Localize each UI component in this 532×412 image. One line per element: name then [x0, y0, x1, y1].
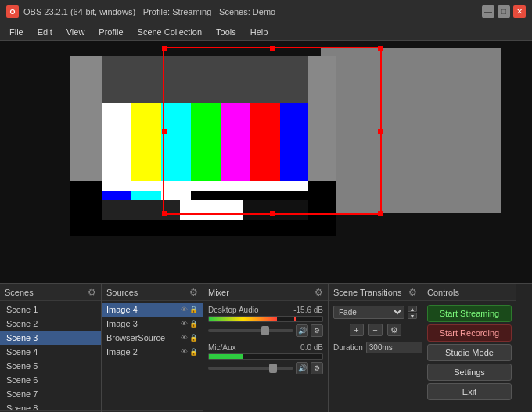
mixer-mic-thumb[interactable]	[269, 364, 277, 373]
transitions-settings-button[interactable]: ⚙	[387, 324, 401, 336]
svg-rect-7	[250, 103, 280, 181]
sources-title: Sources	[106, 288, 138, 297]
source-icons-3: 👁 🔒	[181, 334, 198, 342]
source-lock-icon-4[interactable]: 🔒	[189, 348, 198, 356]
mixer-mic-bar	[208, 353, 323, 360]
source-lock-icon-3[interactable]: 🔒	[189, 334, 198, 342]
menu-help[interactable]: Help	[244, 26, 275, 38]
transitions-add-row: + − ⚙	[329, 322, 422, 338]
mixer-panel: Mixer ⚙ Desktop Audio -15.6 dB 🔊	[203, 284, 329, 412]
scene-item-2[interactable]: Scene 2	[0, 317, 101, 331]
scenes-title: Scenes	[5, 288, 34, 297]
minimize-button[interactable]: —	[482, 5, 494, 18]
scene-item-6[interactable]: Scene 6	[0, 373, 101, 387]
menu-edit[interactable]: Edit	[31, 26, 59, 38]
svg-rect-16	[70, 56, 102, 181]
scenes-config-icon[interactable]: ⚙	[88, 287, 96, 298]
mixer-desktop-thumb[interactable]	[261, 326, 269, 335]
svg-rect-17	[308, 56, 336, 181]
app-icon: O	[6, 5, 19, 18]
transitions-spinner: ▲ ▼	[408, 306, 417, 319]
svg-rect-12	[161, 191, 191, 200]
transitions-content: Fade ▲ ▼ + − ⚙ Duration ▲ ▼	[329, 301, 422, 412]
source-item-4[interactable]: Image 2 👁 🔒	[102, 345, 203, 359]
svg-rect-5	[191, 103, 221, 181]
controls-header: Controls	[422, 284, 516, 301]
svg-rect-15	[243, 200, 310, 220]
settings-button[interactable]: Settings	[427, 364, 512, 381]
transitions-remove-button[interactable]: −	[368, 324, 383, 336]
source-lock-icon-2[interactable]: 🔒	[189, 320, 198, 328]
svg-rect-11	[131, 191, 161, 200]
svg-rect-2	[102, 103, 131, 181]
scene-item-4[interactable]: Scene 4	[0, 345, 101, 359]
transitions-panel: Scene Transitions ⚙ Fade ▲ ▼ + − ⚙ Durat…	[329, 284, 422, 412]
svg-rect-1	[70, 56, 336, 103]
transitions-add-button[interactable]: +	[350, 324, 364, 336]
mixer-mic-fill	[209, 354, 243, 359]
mixer-desktop-mute[interactable]: 🔊	[296, 324, 308, 337]
mixer-title: Mixer	[208, 288, 229, 297]
menu-view[interactable]: View	[60, 26, 92, 38]
source-icons-2: 👁 🔒	[181, 320, 198, 328]
mixer-desktop-slider[interactable]	[208, 329, 293, 332]
test-pattern-container	[70, 56, 336, 236]
source-eye-icon-2[interactable]: 👁	[181, 320, 188, 328]
sources-config-icon[interactable]: ⚙	[189, 287, 198, 298]
mixer-mic-settings[interactable]: ⚙	[311, 362, 323, 374]
source-eye-icon-3[interactable]: 👁	[181, 334, 188, 342]
source-item-3[interactable]: BrowserSource 👁 🔒	[102, 331, 203, 345]
source-lock-icon-1[interactable]: 🔒	[189, 306, 198, 313]
menu-profile[interactable]: Profile	[92, 26, 129, 38]
scenes-panel: Scenes ⚙ Scene 1 Scene 2 Scene 3 Scene 4…	[0, 284, 102, 412]
mixer-desktop-bar	[208, 316, 323, 322]
title-bar: O OBS 23.2.1 (64-bit, windows) - Profile…	[0, 0, 532, 23]
svg-rect-10	[102, 191, 131, 200]
title-bar-left: O OBS 23.2.1 (64-bit, windows) - Profile…	[6, 5, 275, 18]
transitions-spin-up[interactable]: ▲	[408, 306, 417, 312]
svg-rect-8	[280, 103, 308, 181]
title-bar-controls: — □ ✕	[482, 5, 526, 18]
title-bar-text: OBS 23.2.1 (64-bit, windows) - Profile: …	[23, 7, 275, 16]
gray-overlay	[321, 48, 501, 213]
svg-rect-13	[102, 200, 180, 220]
mixer-desktop-settings[interactable]: ⚙	[311, 324, 323, 337]
close-button[interactable]: ✕	[513, 5, 526, 18]
mixer-channel-desktop: Desktop Audio -15.6 dB 🔊 ⚙	[203, 303, 328, 340]
scene-item-5[interactable]: Scene 5	[0, 359, 101, 373]
transitions-select[interactable]: Fade	[333, 306, 404, 319]
svg-rect-18	[70, 181, 102, 236]
menu-file[interactable]: File	[3, 26, 30, 38]
transitions-config-icon[interactable]: ⚙	[408, 287, 417, 298]
source-icons-4: 👁 🔒	[181, 348, 198, 356]
menu-scene-collection[interactable]: Scene Collection	[131, 26, 209, 38]
maximize-button[interactable]: □	[498, 5, 510, 18]
mixer-mic-slider[interactable]	[208, 367, 293, 370]
start-streaming-button[interactable]: Start Streaming	[427, 305, 512, 322]
scene-item-8[interactable]: Scene 8	[0, 401, 101, 410]
mixer-mic-level: 0.0 dB	[300, 343, 323, 352]
source-label-1: Image 4	[106, 305, 138, 314]
transitions-duration-input[interactable]	[366, 342, 422, 353]
source-eye-icon-1[interactable]: 👁	[181, 306, 188, 313]
mixer-config-icon[interactable]: ⚙	[315, 287, 323, 298]
source-label-2: Image 3	[106, 319, 138, 328]
source-eye-icon-4[interactable]: 👁	[181, 348, 188, 356]
exit-button[interactable]: Exit	[427, 383, 512, 400]
transitions-spin-down[interactable]: ▼	[408, 313, 417, 319]
source-label-4: Image 2	[106, 347, 138, 356]
source-item-1[interactable]: Image 4 👁 🔒	[102, 303, 203, 317]
menu-bar: File Edit View Profile Scene Collection …	[0, 23, 532, 41]
studio-mode-button[interactable]: Studio Mode	[427, 344, 512, 361]
source-item-2[interactable]: Image 3 👁 🔒	[102, 317, 203, 331]
transitions-duration-row: Duration ▲ ▼	[329, 338, 422, 357]
svg-rect-6	[221, 103, 250, 181]
mixer-mic-mute[interactable]: 🔊	[296, 362, 308, 374]
scene-item-3[interactable]: Scene 3	[0, 331, 101, 345]
scene-item-1[interactable]: Scene 1	[0, 303, 101, 317]
scene-item-7[interactable]: Scene 7	[0, 387, 101, 401]
start-recording-button[interactable]: Start Recording	[427, 324, 512, 342]
test-pattern-svg	[70, 56, 336, 236]
preview-area	[0, 41, 532, 283]
menu-tools[interactable]: Tools	[210, 26, 243, 38]
